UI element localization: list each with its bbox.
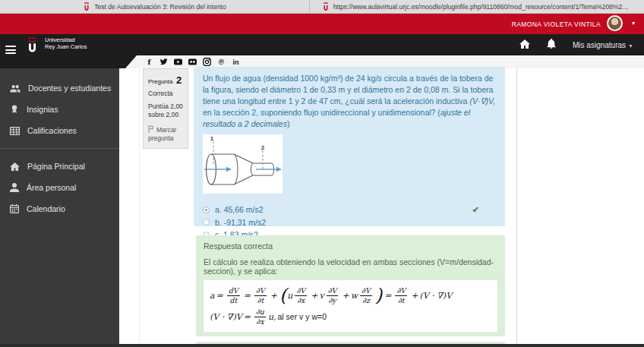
sidebar-item-label: Calificaciones bbox=[27, 126, 77, 135]
browser-tab-bar: Test de Autoevaluación 3: Revisión del i… bbox=[0, 0, 644, 14]
notifications-bell-icon[interactable] bbox=[547, 38, 556, 52]
question-box: Un flujo de agua (densidad 1000 kg/m³) d… bbox=[194, 67, 505, 226]
answer-option-b[interactable]: b. -91,31 m/s2 bbox=[203, 216, 496, 229]
correct-check-icon: ✔ bbox=[472, 205, 479, 215]
sidebar-item-docentes[interactable]: Docentes y estudiantes bbox=[0, 77, 119, 99]
urjc-logo-icon bbox=[26, 36, 39, 55]
flickr-icon[interactable] bbox=[188, 58, 197, 66]
urjc-favicon-icon bbox=[322, 2, 330, 11]
content-left-border bbox=[139, 68, 140, 347]
home-icon bbox=[10, 162, 20, 171]
feedback-general: Respuesta correcta El cálculo se realiza… bbox=[196, 235, 505, 336]
user-topbar: RAMONA VIOLETA VINTILA ▾ bbox=[0, 14, 644, 34]
avatar[interactable] bbox=[607, 15, 623, 31]
hamburger-menu-icon[interactable] bbox=[5, 46, 16, 54]
question-info-panel: Pregunta 2 Correcta Puntúa 2,00 sobre 2,… bbox=[143, 68, 188, 149]
content-right-border bbox=[516, 68, 517, 347]
youtube-icon[interactable] bbox=[174, 58, 182, 66]
question-state: Correcta bbox=[148, 90, 184, 97]
home-icon[interactable] bbox=[519, 38, 530, 52]
question-grade-line1: Puntúa 2,00 bbox=[148, 103, 184, 111]
formula-line-1: a = dVdt = ∂V∂t + ( u ∂V∂x + v ∂V∂y + w … bbox=[210, 284, 491, 307]
sidebar-item-label: Área personal bbox=[27, 183, 76, 192]
browser-tab-pdf[interactable]: https://www.aulavirtual.urjc.es/moodle/p… bbox=[310, 0, 644, 13]
user-name: RAMONA VIOLETA VINTILA bbox=[512, 21, 601, 28]
question-label: Pregunta bbox=[148, 78, 172, 85]
sidebar-item-calificaciones[interactable]: Calificaciones bbox=[0, 120, 119, 141]
facebook-icon[interactable]: f bbox=[145, 58, 153, 66]
sidebar-divider bbox=[0, 148, 119, 149]
sidebar-item-calendario[interactable]: Calendario bbox=[0, 198, 119, 219]
question-number: 2 bbox=[176, 74, 182, 86]
sidebar-item-pagina-principal[interactable]: Página Principal bbox=[0, 156, 119, 177]
browser-tab-moodle[interactable]: Test de Autoevaluación 3: Revisión del i… bbox=[0, 0, 310, 13]
sidebar-item-label: Calendario bbox=[27, 204, 65, 213]
instagram-icon[interactable] bbox=[203, 58, 211, 66]
screen: Test de Autoevaluación 3: Revisión del i… bbox=[0, 0, 644, 347]
urjc-favicon-icon bbox=[83, 2, 90, 11]
sidebar: Docentes y estudiantes Insignias Calific… bbox=[0, 68, 119, 347]
logo-text-line2: Rey Juan Carlos bbox=[45, 43, 87, 50]
chevron-down-icon: ▼ bbox=[628, 43, 633, 49]
flag-question-label2: pregunta bbox=[148, 134, 184, 143]
users-icon bbox=[10, 84, 21, 93]
section-2-label: 2 bbox=[261, 144, 265, 151]
flag-question-button[interactable]: Marcar pregunta bbox=[148, 125, 184, 143]
sidebar-item-label: Insignias bbox=[27, 105, 58, 114]
main-navbar: Universidad Rey Juan Carlos f ℗ in bbox=[0, 34, 644, 68]
sidebar-item-label: Docentes y estudiantes bbox=[28, 84, 111, 93]
pinterest-icon[interactable]: ℗ bbox=[217, 58, 226, 66]
formula-line-2: (V · ∇)V = ∂u∂x u, al ser v y w=0 bbox=[210, 307, 491, 326]
formula-block: a = dVdt = ∂V∂t + ( u ∂V∂x + v ∂V∂y + w … bbox=[204, 280, 497, 332]
calendar-icon bbox=[10, 204, 19, 213]
badge-icon bbox=[10, 105, 19, 114]
answer-option-a[interactable]: a. 45,66 m/s2 ✔ bbox=[203, 203, 496, 216]
nozzle-diagram: 1 2 bbox=[203, 134, 283, 194]
user-menu-caret-icon[interactable]: ▾ bbox=[632, 20, 635, 27]
flag-icon bbox=[148, 125, 154, 133]
urjc-logo[interactable]: Universidad Rey Juan Carlos bbox=[26, 36, 87, 55]
sidebar-item-insignias[interactable]: Insignias bbox=[0, 99, 119, 120]
my-courses-menu[interactable]: Mis asignaturas▼ bbox=[573, 41, 633, 49]
section-1-label: 1 bbox=[210, 135, 214, 142]
question-text: Un flujo de agua (densidad 1000 kg/m³) d… bbox=[203, 73, 496, 130]
radio-option-a[interactable] bbox=[203, 207, 210, 213]
option-b-label: b. -91,31 m/s2 bbox=[215, 218, 266, 227]
bottom-window-edge bbox=[0, 344, 644, 347]
sidebar-item-area-personal[interactable]: Área personal bbox=[0, 177, 119, 198]
tab-title-url: https://www.aulavirtual.urjc.es/moodle/p… bbox=[333, 3, 633, 11]
feedback-explanation: El cálculo se realiza obteniendo la velo… bbox=[204, 257, 497, 276]
linkedin-icon[interactable]: in bbox=[232, 58, 240, 66]
option-a-label: a. 45,66 m/s2 bbox=[215, 205, 264, 214]
user-icon bbox=[10, 183, 19, 192]
question-grade-line2: sobre 2,00 bbox=[148, 111, 184, 119]
sidebar-item-label: Página Principal bbox=[27, 162, 85, 171]
logo-text-line1: Universidad bbox=[45, 36, 87, 43]
radio-option-b[interactable] bbox=[203, 219, 210, 226]
twitter-icon[interactable] bbox=[159, 58, 168, 66]
grades-table-icon bbox=[10, 127, 20, 135]
feedback-section: Respuesta correcta El cálculo se realiza… bbox=[196, 235, 505, 347]
feedback-title: Respuesta correcta bbox=[204, 241, 497, 251]
tab-title: Test de Autoevaluación 3: Revisión del i… bbox=[94, 3, 226, 11]
navbar-right: Mis asignaturas▼ bbox=[519, 34, 644, 55]
